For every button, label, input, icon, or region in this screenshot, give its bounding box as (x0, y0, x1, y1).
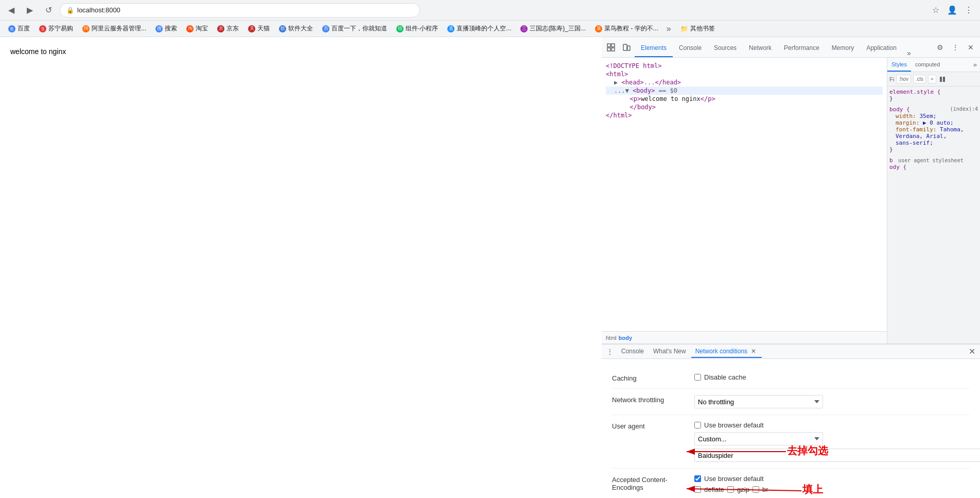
drawer-tab-whatsnew[interactable]: What's New (649, 346, 690, 358)
nc-useragent-row: User agent Use browser default Custom...… (612, 415, 970, 469)
devtools-settings-button[interactable]: ⚙ (933, 40, 947, 55)
bookmark-icon: 软 (279, 25, 286, 32)
styles-cls-button[interactable]: .cls (913, 75, 926, 83)
nc-enc-deflate-checkbox[interactable] (694, 486, 701, 493)
nc-throttling-row: Network throttling No throttling Fast 3G… (612, 389, 970, 415)
tab-sources[interactable]: Sources (708, 40, 743, 57)
nc-throttling-select[interactable]: No throttling Fast 3G Slow 3G Offline (694, 395, 823, 408)
bookmark-jd[interactable]: 京 京东 (213, 23, 243, 35)
svg-rect-6 (940, 77, 942, 82)
html-body-selected[interactable]: ...▼ <body> == $0 (606, 87, 883, 95)
tab-performance[interactable]: Performance (778, 40, 826, 57)
bookmark-tianmao[interactable]: 天 天猫 (244, 23, 274, 35)
tab-elements[interactable]: Elements (635, 40, 673, 57)
bookmark-zhibo[interactable]: 直 直播顶峰的个人空... (443, 23, 515, 35)
tab-application[interactable]: Application (860, 40, 903, 57)
page-heading: welcome to nginx (10, 47, 591, 56)
bookmark-baidu[interactable]: B 百度 (4, 23, 34, 35)
html-close: </html> (606, 111, 883, 119)
nc-enc-br-label: br (762, 486, 768, 493)
bookmark-icon: 阿 (82, 25, 90, 32)
html-head[interactable]: ▶ <head>...</head> (606, 78, 883, 87)
bookmark-icon: 天 (248, 25, 255, 32)
nc-useragent-input[interactable] (694, 449, 980, 462)
bottom-drawer: ⋮ Console What's New Network conditions … (602, 344, 980, 498)
tab-network[interactable]: Network (743, 40, 778, 57)
nc-enc-browser-default-checkbox[interactable] (694, 475, 701, 482)
back-button[interactable]: ◀ (4, 3, 19, 18)
bookmark-taobao[interactable]: 淘 淘宝 (182, 23, 212, 35)
devtools-toolbar: Elements Console Sources Network Perform… (602, 37, 980, 58)
drawer-menu-button[interactable]: ⋮ (604, 346, 616, 358)
address-bar[interactable]: 🔒 localhost:8000 (60, 3, 420, 18)
styles-tab-styles[interactable]: Styles (887, 58, 911, 72)
style-rule-body: body { (index):4 width: 35em; margin: ▶ … (889, 106, 978, 153)
tab-memory[interactable]: Memory (826, 40, 860, 57)
style-rule-useragent: b user agent stylesheet ody { (889, 157, 978, 170)
devtools-device-button[interactable] (619, 40, 634, 55)
drawer-toolbar: ⋮ Console What's New Network conditions … (602, 345, 980, 359)
breadcrumb-html[interactable]: html (606, 335, 617, 341)
devtools-tabs-more[interactable]: » (903, 49, 915, 57)
nc-enc-gzip-checkbox[interactable] (727, 486, 734, 493)
elements-panel: <!DOCTYPE html> <html> ▶ <head>...</head… (602, 58, 887, 344)
nc-caching-label: Caching (612, 373, 684, 382)
nc-disable-cache-checkbox[interactable] (694, 374, 701, 381)
bookmark-cainiao[interactable]: 菜 菜鸟教程 - 学的不... (591, 23, 662, 35)
nc-useragent-control: Use browser default Custom... Chrome - M… (694, 421, 980, 462)
devtools-close-button[interactable]: ✕ (964, 40, 978, 55)
svg-rect-5 (627, 46, 630, 50)
forward-button[interactable]: ▶ (23, 3, 37, 18)
devtools-more-button[interactable]: ⋮ (948, 40, 962, 55)
bookmark-software[interactable]: 软 软件大全 (275, 23, 317, 35)
bookmark-zuijian[interactable]: 组 组件·小程序 (392, 23, 442, 35)
address-url: localhost:8000 (77, 6, 413, 14)
drawer-tab-network-conditions[interactable]: Network conditions ✕ (691, 346, 762, 358)
bookmark-star-button[interactable]: ☆ (929, 3, 943, 18)
breadcrumb-bar: html body (602, 331, 887, 344)
svg-rect-0 (607, 44, 610, 47)
more-bookmarks-button[interactable]: » (663, 24, 674, 33)
drawer-tab-console[interactable]: Console (617, 346, 648, 358)
styles-filter-bar: Fi :hov .cls + (887, 72, 980, 87)
styles-panel: Styles computed » Fi :hov .cls + (887, 58, 980, 344)
drawer-close-button[interactable]: ✕ (966, 346, 978, 358)
profile-button[interactable]: 👤 (945, 3, 959, 18)
nc-use-browser-default-checkbox[interactable] (694, 422, 701, 428)
devtools-panel: Elements Console Sources Network Perform… (602, 37, 980, 498)
nc-throttling-control: No throttling Fast 3G Slow 3G Offline (694, 395, 970, 408)
bookmark-search[interactable]: 搜 搜索 (151, 23, 181, 35)
bookmark-sanguo[interactable]: 三 三国志(陈寿)_三国... (516, 23, 590, 35)
reload-button[interactable]: ↺ (41, 3, 56, 18)
styles-add-button[interactable]: + (928, 75, 936, 83)
styles-tabs-more[interactable]: » (970, 61, 980, 68)
bookmark-other[interactable]: 📁 其他书签 (676, 23, 719, 35)
bookmark-icon: 菜 (595, 25, 602, 32)
html-p[interactable]: <p>welcome to nginx</p> (606, 95, 883, 103)
nc-enc-browser-default-label: Use browser default (704, 475, 764, 483)
nc-enc-br-checkbox[interactable] (752, 486, 759, 493)
bookmark-aliyun[interactable]: 阿 阿里云服务器管理... (78, 23, 150, 35)
bookmark-icon: 搜 (155, 25, 163, 32)
styles-toggle-button[interactable] (938, 75, 947, 83)
bookmark-baidu2[interactable]: 百 百度一下，你就知道 (318, 23, 391, 35)
devtools-tabs: Elements Console Sources Network Perform… (635, 37, 915, 57)
devtools-inspect-button[interactable] (604, 40, 618, 55)
styles-tab-computed[interactable]: computed (911, 58, 944, 72)
styles-hov-button[interactable]: :hov (896, 75, 911, 83)
tab-console[interactable]: Console (673, 40, 708, 57)
bookmark-suning[interactable]: S 苏宁易购 (35, 23, 77, 35)
breadcrumb-body[interactable]: body (619, 335, 632, 341)
nc-enc-deflate-label: deflate (704, 486, 724, 493)
html-open: <html> (606, 70, 883, 78)
menu-button[interactable]: ⋮ (961, 3, 976, 18)
styles-filter-label: Fi (889, 76, 894, 82)
bookmark-icon: 组 (396, 25, 404, 32)
svg-rect-2 (607, 48, 610, 51)
style-rule-element: element.style { } (889, 89, 978, 102)
drawer-tab-close-button[interactable]: ✕ (749, 347, 758, 355)
nc-caching-control: Disable cache (694, 373, 970, 381)
bookmark-icon: 京 (217, 25, 224, 32)
nc-useragent-select[interactable]: Custom... Chrome - Mac Chrome - Windows … (694, 432, 823, 445)
elements-code[interactable]: <!DOCTYPE html> <html> ▶ <head>...</head… (602, 58, 887, 331)
